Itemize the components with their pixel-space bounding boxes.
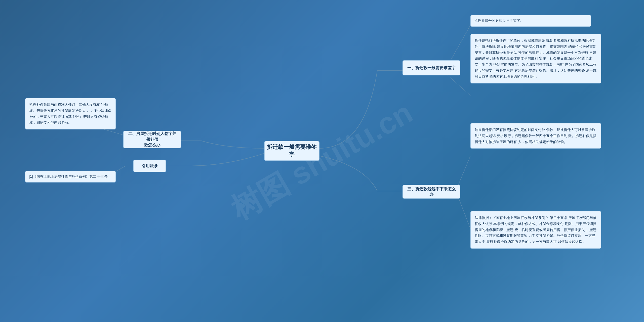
- text-box-t1: 拆迁补偿合同必须是户主签字。: [470, 15, 591, 27]
- text-box-t3: 拆迁补偿款应当由权利人领取，其他人没有权 利领取。若拆迁方将您的补偿款发给别人，…: [25, 98, 116, 129]
- t6-text: 法律依据：《国有土地上房屋征收与补偿条例 》第二十五条 房屋征收部门与被征收人依…: [475, 216, 596, 244]
- branch4-label: 三、拆迁款迟迟不下来怎么办: [406, 187, 457, 197]
- branch3-label: 引用法条: [142, 163, 158, 169]
- t2-text: 拆迁是指取得拆迁许可的单位，根据城市建设 规划要求和政府所批准的用地文件，依法拆…: [475, 38, 596, 78]
- branch-node-3: 引用法条: [133, 160, 166, 172]
- branch-node-2: 二、房屋拆迁时别人签字并领补偿 款怎么办: [123, 131, 181, 148]
- branch2-label: 二、房屋拆迁时别人签字并领补偿 款怎么办: [127, 131, 178, 148]
- watermark: 树图 shuitu.cn: [224, 93, 420, 229]
- branch-node-1: 一、拆迁款一般需要谁签字: [403, 60, 460, 75]
- text-box-t6: 法律依据：《国有土地上房屋征收与补偿条例 》第二十五条 房屋征收部门与被征收人依…: [470, 211, 601, 249]
- text-box-t4: [1]《国有土地上房屋征收与补偿条例》第二 十五条: [25, 171, 116, 182]
- t5-text: 如果拆迁部门没有按照协议约定的时间支付补 偿款，那被拆迁人可以拿着协议到法院去起…: [475, 128, 596, 144]
- t4-text: [1]《国有土地上房屋征收与补偿条例》第二 十五条: [29, 174, 108, 178]
- branch1-label: 一、拆迁款一般需要谁签字: [407, 65, 456, 71]
- t1-text: 拆迁补偿合同必须是户主签字。: [474, 19, 524, 23]
- central-node-label: 拆迁款一般需要谁签字: [265, 143, 319, 158]
- central-node: 拆迁款一般需要谁签字: [264, 141, 319, 161]
- branch-node-4: 三、拆迁款迟迟不下来怎么办: [403, 185, 460, 199]
- text-box-t5: 如果拆迁部门没有按照协议约定的时间支付补 偿款，那被拆迁人可以拿着协议到法院去起…: [470, 123, 601, 149]
- t3-text: 拆迁补偿款应当由权利人领取，其他人没有权 利领取。若拆迁方将您的补偿款发给别人，…: [29, 103, 111, 124]
- text-box-t2: 拆迁是指取得拆迁许可的单位，根据城市建设 规划要求和政府所批准的用地文件，依法拆…: [470, 34, 601, 83]
